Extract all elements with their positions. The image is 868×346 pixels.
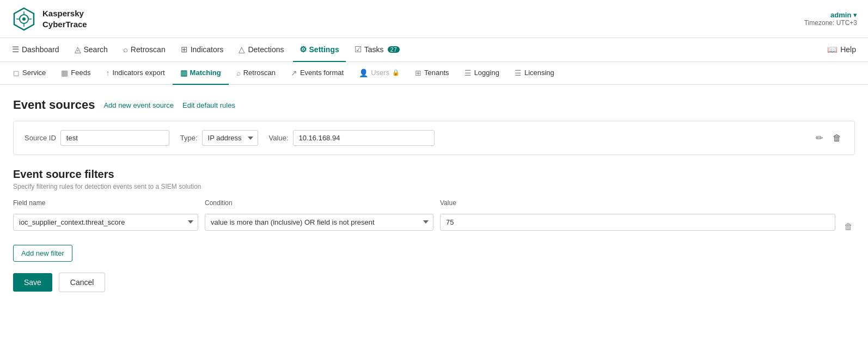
nav-label-dashboard: Dashboard	[22, 45, 59, 54]
logging-icon: ☰	[464, 69, 472, 77]
edit-default-rules-link[interactable]: Edit default rules	[182, 101, 235, 109]
form-actions: Save Cancel	[13, 273, 855, 292]
save-button[interactable]: Save	[13, 273, 52, 292]
type-label: Type:	[180, 134, 198, 142]
subnav-label-retroscan: Retroscan	[243, 69, 276, 77]
subnav-item-service[interactable]: ◻ Service	[5, 62, 53, 85]
brand-name: Kaspersky CyberTrace	[42, 8, 87, 29]
user-dropdown-icon[interactable]: ▾	[853, 11, 857, 19]
nav-item-help[interactable]: 📖 Help	[821, 38, 863, 62]
source-id-field-group: Source ID	[25, 130, 169, 146]
subnav-label-events-format: Events format	[300, 69, 344, 77]
source-id-input[interactable]	[60, 130, 169, 146]
kaspersky-logo-icon	[11, 6, 37, 32]
subnav-item-tenants[interactable]: ⊞ Tenants	[407, 62, 457, 85]
header: Kaspersky CyberTrace admin ▾ Timezone: U…	[0, 0, 868, 38]
filter-value-input[interactable]	[440, 214, 835, 231]
nav-item-tasks[interactable]: ☑ Tasks 27	[348, 38, 406, 62]
field-name-select[interactable]: ioc_supplier_context.threat_score	[13, 214, 198, 231]
retroscan-sub-icon: ⌕	[236, 69, 241, 77]
service-icon: ◻	[13, 69, 20, 77]
subnav-item-users: 👤 Users 🔒	[351, 62, 407, 85]
edit-source-button[interactable]: ✏	[814, 131, 825, 145]
subnav-item-logging[interactable]: ☰ Logging	[457, 62, 507, 85]
cancel-button[interactable]: Cancel	[59, 273, 106, 292]
tenants-icon: ⊞	[415, 69, 421, 77]
filter-value-label: Value	[440, 199, 829, 207]
field-name-label: Field name	[13, 199, 198, 207]
indicators-export-icon: ↑	[106, 69, 110, 77]
value-col	[440, 214, 835, 231]
event-source-card: Source ID Type: IP address Domain URL Ha…	[13, 121, 855, 155]
main-content: Event sources Add new event source Edit …	[0, 85, 868, 305]
nav-label-help: Help	[840, 45, 856, 54]
filters-description: Specify filtering rules for detection ev…	[13, 183, 855, 190]
nav-label-detections: Detections	[248, 45, 284, 54]
subnav-item-events-format[interactable]: ↗ Events format	[283, 62, 351, 85]
settings-icon: ⚙	[299, 45, 307, 54]
value-field-group: Value:	[269, 130, 435, 146]
event-sources-title: Event sources	[13, 98, 95, 112]
condition-col: value is more than (inclusive) OR field …	[205, 214, 433, 231]
subnav-label-licensing: Licensing	[524, 69, 554, 77]
subnav-label-indicators-export: Indicators export	[113, 69, 165, 77]
subnav-label-tenants: Tenants	[424, 69, 449, 77]
value-input[interactable]	[293, 130, 435, 146]
nav-label-tasks: Tasks	[364, 45, 384, 54]
matching-icon: ▥	[180, 69, 187, 77]
condition-col-header: Condition	[205, 199, 433, 209]
subnav-item-indicators-export[interactable]: ↑ Indicators export	[99, 62, 173, 85]
main-nav: ☰ Dashboard ◬ Search ⌕ Retroscan ⊞ Indic…	[0, 38, 868, 62]
users-icon: 👤	[359, 69, 368, 77]
field-name-col-header: Field name	[13, 199, 198, 209]
lock-icon: 🔒	[392, 69, 400, 76]
field-name-col: ioc_supplier_context.threat_score	[13, 214, 198, 231]
filter-labels-row: Field name Condition Value	[13, 199, 855, 209]
value-col-header: Value	[440, 199, 829, 209]
value-label: Value:	[269, 134, 289, 142]
subnav-item-feeds[interactable]: ▦ Feeds	[53, 62, 98, 85]
filter-row: ioc_supplier_context.threat_score value …	[13, 210, 855, 234]
condition-label: Condition	[205, 199, 433, 207]
nav-item-settings[interactable]: ⚙ Settings	[293, 38, 346, 62]
svg-point-2	[22, 17, 26, 21]
subnav-label-feeds: Feeds	[71, 69, 90, 77]
dashboard-icon: ☰	[12, 45, 19, 54]
licensing-icon: ☰	[515, 69, 522, 77]
user-area: admin ▾ Timezone: UTC+3	[804, 11, 857, 27]
type-select[interactable]: IP address Domain URL Hash	[202, 130, 258, 146]
subnav-item-retroscan[interactable]: ⌕ Retroscan	[229, 62, 283, 85]
add-new-filter-button[interactable]: Add new filter	[13, 245, 72, 262]
nav-item-dashboard[interactable]: ☰ Dashboard	[5, 38, 66, 62]
subnav-label-matching: Matching	[190, 69, 221, 77]
subnav-item-licensing[interactable]: ☰ Licensing	[507, 62, 562, 85]
tasks-icon: ☑	[354, 45, 362, 54]
nav-item-retroscan[interactable]: ⌕ Retroscan	[117, 38, 172, 62]
event-sources-header: Event sources Add new event source Edit …	[13, 98, 855, 112]
condition-select[interactable]: value is more than (inclusive) OR field …	[205, 214, 433, 231]
type-field-group: Type: IP address Domain URL Hash	[180, 130, 258, 146]
retroscan-icon: ⌕	[123, 45, 128, 54]
subnav-label-users: Users	[371, 69, 389, 77]
events-format-icon: ↗	[291, 69, 297, 77]
source-id-label: Source ID	[25, 134, 56, 142]
nav-label-retroscan: Retroscan	[131, 45, 166, 54]
nav-label-indicators: Indicators	[191, 45, 224, 54]
subnav-label-service: Service	[22, 69, 46, 77]
user-link[interactable]: admin	[830, 11, 851, 19]
subnav-label-logging: Logging	[474, 69, 499, 77]
subnav-item-matching[interactable]: ▥ Matching	[173, 62, 229, 85]
nav-label-settings: Settings	[309, 45, 339, 54]
nav-item-search[interactable]: ◬ Search	[68, 38, 114, 62]
tasks-badge: 27	[388, 46, 400, 53]
nav-item-indicators[interactable]: ⊞ Indicators	[174, 38, 230, 62]
source-card-actions: ✏ 🗑	[814, 131, 843, 145]
delete-source-button[interactable]: 🗑	[830, 131, 843, 145]
delete-filter-button[interactable]: 🗑	[842, 220, 855, 234]
nav-item-detections[interactable]: △ Detections	[232, 38, 290, 62]
detections-icon: △	[239, 45, 245, 54]
add-new-event-source-link[interactable]: Add new event source	[103, 101, 174, 109]
indicators-icon: ⊞	[181, 45, 188, 54]
feeds-icon: ▦	[61, 69, 68, 77]
event-source-filters-section: Event source filters Specify filtering r…	[13, 168, 855, 234]
